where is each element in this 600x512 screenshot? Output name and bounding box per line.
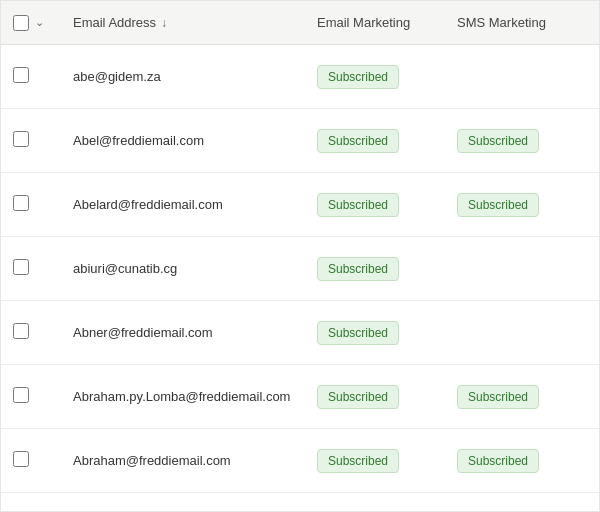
sort-icon[interactable]: ↓ [161,16,167,30]
table-row: abe@gidem.zaSubscribed [1,45,599,109]
email-marketing-badge: Subscribed [317,257,399,281]
row-checkbox-col [13,323,73,342]
row-email-marketing: Subscribed [317,257,457,281]
row-email: Abraham@freddiemail.com [73,453,317,468]
table-row: Abelard@freddiemail.comSubscribedSubscri… [1,173,599,237]
row-checkbox[interactable] [13,195,29,211]
row-checkbox-col [13,387,73,406]
email-marketing-badge: Subscribed [317,129,399,153]
row-checkbox-col [13,131,73,150]
select-all-checkbox[interactable] [13,15,29,31]
table-row: abiuri@cunatib.cgSubscribed [1,237,599,301]
row-email: Abelard@freddiemail.com [73,197,317,212]
email-marketing-badge: Subscribed [317,65,399,89]
sms-marketing-badge: Subscribed [457,129,539,153]
row-checkbox-col [13,67,73,86]
row-email-marketing: Subscribed [317,385,457,409]
row-email-marketing: Subscribed [317,321,457,345]
row-checkbox-col [13,195,73,214]
table-row: Abraham@freddiemail.comSubscribedSubscri… [1,429,599,493]
table-header: ⌄ Email Address ↓ Email Marketing SMS Ma… [1,1,599,45]
row-email-marketing: Subscribed [317,65,457,89]
sms-marketing-col-header: SMS Marketing [457,15,587,30]
row-email-marketing: Subscribed [317,193,457,217]
row-email: abiuri@cunatib.cg [73,261,317,276]
row-sms-marketing: Subscribed [457,193,587,217]
email-marketing-badge: Subscribed [317,321,399,345]
row-checkbox[interactable] [13,323,29,339]
row-checkbox-col [13,451,73,470]
row-checkbox[interactable] [13,67,29,83]
sms-marketing-badge: Subscribed [457,193,539,217]
sms-marketing-badge: Subscribed [457,385,539,409]
row-email-marketing: Subscribed [317,449,457,473]
row-email: Abel@freddiemail.com [73,133,317,148]
sms-marketing-badge: Subscribed [457,449,539,473]
table-body: abe@gidem.zaSubscribedAbel@freddiemail.c… [1,45,599,512]
table-row: Abner@freddiemail.comSubscribed [1,301,599,365]
table-row: Abraham.py.Lomba@freddiemail.comSubscrib… [1,365,599,429]
table-row: Abel@freddiemail.comSubscribedSubscribed [1,109,599,173]
row-email-marketing: Subscribed [317,129,457,153]
email-marketing-col-label: Email Marketing [317,15,410,30]
email-marketing-badge: Subscribed [317,449,399,473]
row-sms-marketing: Subscribed [457,385,587,409]
row-checkbox[interactable] [13,131,29,147]
row-email: Abraham.py.Lomba@freddiemail.com [73,389,317,404]
row-checkbox[interactable] [13,259,29,275]
row-email: abe@gidem.za [73,69,317,84]
email-col-header: Email Address ↓ [73,15,317,30]
row-sms-marketing: Subscribed [457,129,587,153]
row-email: Abner@freddiemail.com [73,325,317,340]
email-marketing-col-header: Email Marketing [317,15,457,30]
sms-marketing-col-label: SMS Marketing [457,15,546,30]
chevron-down-icon[interactable]: ⌄ [35,16,44,29]
header-checkbox-col: ⌄ [13,15,73,31]
email-col-label: Email Address [73,15,156,30]
row-sms-marketing: Subscribed [457,449,587,473]
email-marketing-badge: Subscribed [317,193,399,217]
row-checkbox-col [13,259,73,278]
contacts-table: ⌄ Email Address ↓ Email Marketing SMS Ma… [0,0,600,512]
row-checkbox[interactable] [13,451,29,467]
row-checkbox[interactable] [13,387,29,403]
email-marketing-badge: Subscribed [317,385,399,409]
